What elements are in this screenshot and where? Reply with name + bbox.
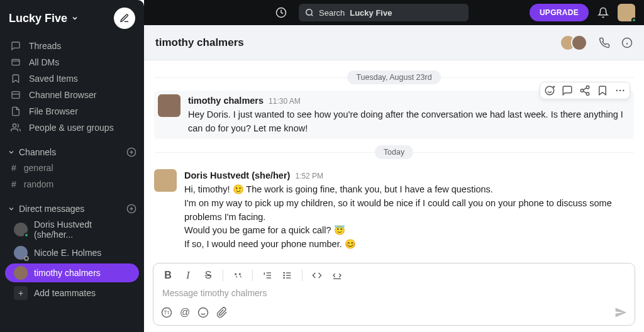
add-channel-button[interactable]	[126, 147, 136, 157]
share-button[interactable]	[579, 85, 591, 96]
ul-icon	[282, 270, 292, 280]
people-icon	[10, 123, 21, 133]
paperclip-icon	[216, 307, 228, 318]
bookmark-button[interactable]	[597, 85, 608, 96]
send-icon	[614, 306, 627, 319]
message[interactable]: timothy chalmers11:30 AM Hey Doris. I ju…	[154, 91, 634, 139]
message-author[interactable]: timothy chalmers	[188, 94, 264, 108]
emoji-button[interactable]	[197, 307, 209, 318]
channel-general[interactable]: #general	[0, 160, 144, 176]
message-text: I'm on my way to pick up my children, so…	[184, 197, 634, 224]
nav-all-dms[interactable]: All DMs	[0, 54, 144, 70]
date-separator: Today	[375, 145, 413, 159]
compose-button[interactable]	[114, 8, 135, 29]
workspace-switcher[interactable]: Lucky Five	[9, 12, 79, 25]
svg-point-28	[619, 90, 621, 91]
bullet-list-button[interactable]	[280, 268, 294, 282]
thread-icon	[562, 85, 573, 96]
svg-point-23	[580, 89, 584, 92]
date-separator: Tuesday, August 23rd	[347, 70, 440, 84]
upgrade-button[interactable]: UPGRADE	[530, 4, 589, 21]
code-button[interactable]	[310, 268, 324, 282]
codeblock-icon	[332, 270, 342, 280]
add-reaction-button[interactable]	[544, 85, 555, 96]
search-input[interactable]: Search Lucky Five	[299, 4, 469, 21]
svg-point-24	[586, 92, 589, 96]
dms-toggle[interactable]: Direct messages	[8, 204, 84, 214]
svg-point-38	[284, 277, 284, 278]
channels-toggle[interactable]: Channels	[8, 147, 56, 157]
presence-active-icon	[24, 233, 29, 238]
italic-button[interactable]: I	[181, 268, 195, 282]
svg-text:Tт: Tт	[164, 310, 170, 316]
strike-button[interactable]: S	[201, 268, 215, 282]
codeblock-button[interactable]	[330, 268, 344, 282]
add-teammates[interactable]: +Add teammates	[5, 284, 139, 302]
message-time: 11:30 AM	[269, 96, 301, 107]
user-avatar[interactable]	[618, 4, 635, 21]
svg-point-37	[284, 275, 284, 275]
send-button[interactable]	[614, 306, 627, 319]
attach-button[interactable]	[216, 307, 228, 318]
bell-icon	[597, 7, 609, 18]
quote-button[interactable]	[231, 268, 245, 282]
reply-thread-button[interactable]	[562, 85, 573, 96]
bookmark-icon	[10, 74, 21, 84]
bold-button[interactable]: B	[161, 268, 175, 282]
history-button[interactable]	[272, 4, 290, 21]
conversation-header: timothy chalmers	[144, 25, 644, 60]
all-dms-icon	[10, 57, 21, 67]
info-icon	[621, 37, 633, 48]
svg-line-25	[583, 91, 586, 93]
add-dm-button[interactable]	[126, 204, 136, 214]
svg-point-17	[545, 86, 554, 95]
ellipsis-icon	[614, 85, 626, 96]
text-icon: Tт	[161, 307, 172, 318]
svg-line-13	[311, 14, 313, 16]
nav-channel-browser[interactable]: Channel Browser	[0, 87, 144, 103]
message-input[interactable]	[162, 288, 626, 298]
conversation-title[interactable]: timothy chalmers	[155, 36, 244, 49]
message-actions	[540, 82, 630, 99]
message-text: Hi, timothy! 🙂 The work is going fine, t…	[184, 183, 634, 197]
message-list[interactable]: Tuesday, August 23rd timothy chalmers11:…	[144, 60, 644, 263]
svg-point-22	[586, 86, 589, 89]
formatting-toolbar: B I S	[153, 263, 635, 285]
nav-saved-items[interactable]: Saved Items	[0, 70, 144, 87]
message-text: If so, I would need your phone number. 😊	[184, 238, 634, 252]
quote-icon	[233, 270, 243, 280]
formatting-toggle[interactable]: Tт	[161, 307, 172, 318]
threads-icon	[10, 41, 21, 51]
ordered-list-button[interactable]	[260, 268, 274, 282]
member-facepile[interactable]	[560, 35, 587, 51]
svg-point-27	[616, 90, 618, 91]
nav-people[interactable]: People & user groups	[0, 119, 144, 136]
call-button[interactable]	[599, 37, 610, 48]
svg-point-42	[199, 308, 208, 318]
nav-threads[interactable]: Threads	[0, 38, 144, 54]
file-browser-icon	[10, 106, 21, 116]
channel-random[interactable]: #random	[0, 176, 144, 192]
svg-rect-0	[12, 59, 19, 65]
share-icon	[579, 85, 591, 96]
dm-doris[interactable]: Doris Hustvedt (she/her...	[5, 217, 139, 242]
notifications-button[interactable]	[597, 7, 609, 18]
topbar: Search Lucky Five UPGRADE	[144, 0, 644, 25]
avatar	[158, 94, 180, 117]
svg-point-4	[13, 124, 16, 127]
dm-timothy[interactable]: timothy chalmers	[5, 263, 139, 282]
nav-file-browser[interactable]: File Browser	[0, 103, 144, 119]
message[interactable]: Doris Hustvedt (she/her)1:52 PM Hi, timo…	[154, 165, 634, 255]
workspace-name: Lucky Five	[9, 12, 67, 25]
dm-nicole[interactable]: Nicole E. Holmes	[5, 243, 139, 262]
ol-icon	[262, 270, 272, 280]
mention-button[interactable]: @	[180, 307, 190, 318]
hash-icon: #	[11, 163, 16, 173]
hash-icon: #	[11, 179, 16, 189]
info-button[interactable]	[621, 37, 633, 48]
more-actions-button[interactable]	[614, 85, 626, 96]
svg-point-36	[284, 272, 284, 273]
message-author[interactable]: Doris Hustvedt (she/her)	[184, 169, 290, 183]
emoji-plus-icon	[544, 85, 555, 96]
svg-point-29	[623, 90, 624, 91]
